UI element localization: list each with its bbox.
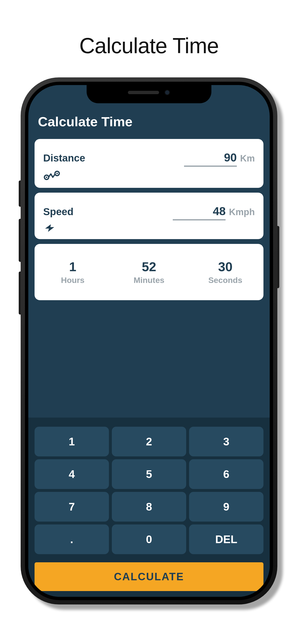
key-4[interactable]: 4 <box>35 459 109 489</box>
app-screen: Calculate Time Distance 90 Km <box>28 85 270 597</box>
svg-point-3 <box>56 173 58 174</box>
seconds-value: 30 <box>187 259 263 274</box>
distance-unit: Km <box>240 153 255 164</box>
speed-icon <box>43 224 255 232</box>
svg-point-1 <box>46 176 47 178</box>
key-6[interactable]: 6 <box>189 459 263 489</box>
keypad: 1 2 3 4 5 6 7 8 9 . 0 DEL <box>35 427 263 554</box>
hours-label: Hours <box>35 276 111 285</box>
minutes-label: Minutes <box>111 276 187 285</box>
seconds-label: Seconds <box>187 276 263 285</box>
hours-value: 1 <box>35 259 111 274</box>
key-decimal[interactable]: . <box>35 524 109 554</box>
key-5[interactable]: 5 <box>112 459 186 489</box>
result-hours: 1 Hours <box>35 259 111 285</box>
result-minutes: 52 Minutes <box>111 259 187 285</box>
key-9[interactable]: 9 <box>189 492 263 522</box>
speed-card[interactable]: Speed 48 Kmph <box>35 192 263 239</box>
minutes-value: 52 <box>111 259 187 274</box>
key-8[interactable]: 8 <box>112 492 186 522</box>
distance-icon <box>43 170 255 181</box>
distance-card[interactable]: Distance 90 Km <box>35 139 263 188</box>
speed-unit: Kmph <box>229 207 255 217</box>
phone-camera <box>164 90 170 95</box>
distance-input[interactable]: 90 <box>184 151 237 167</box>
phone-speaker <box>128 91 159 94</box>
key-0[interactable]: 0 <box>112 524 186 554</box>
result-seconds: 30 Seconds <box>187 259 263 285</box>
distance-label: Distance <box>43 152 85 164</box>
page-title: Calculate Time <box>0 34 298 58</box>
speed-input[interactable]: 48 <box>173 204 226 220</box>
key-delete[interactable]: DEL <box>189 524 263 554</box>
key-2[interactable]: 2 <box>112 427 186 456</box>
phone-mockup: Calculate Time Distance 90 Km <box>21 78 277 604</box>
speed-label: Speed <box>43 206 73 218</box>
key-3[interactable]: 3 <box>189 427 263 456</box>
phone-notch <box>87 82 211 103</box>
result-card: 1 Hours 52 Minutes 30 Seconds <box>35 244 263 300</box>
key-7[interactable]: 7 <box>35 492 109 522</box>
app-title: Calculate Time <box>38 114 260 130</box>
key-1[interactable]: 1 <box>35 427 109 456</box>
keypad-panel: 1 2 3 4 5 6 7 8 9 . 0 DEL CALCULATE <box>28 418 270 597</box>
calculate-button[interactable]: CALCULATE <box>35 562 263 591</box>
